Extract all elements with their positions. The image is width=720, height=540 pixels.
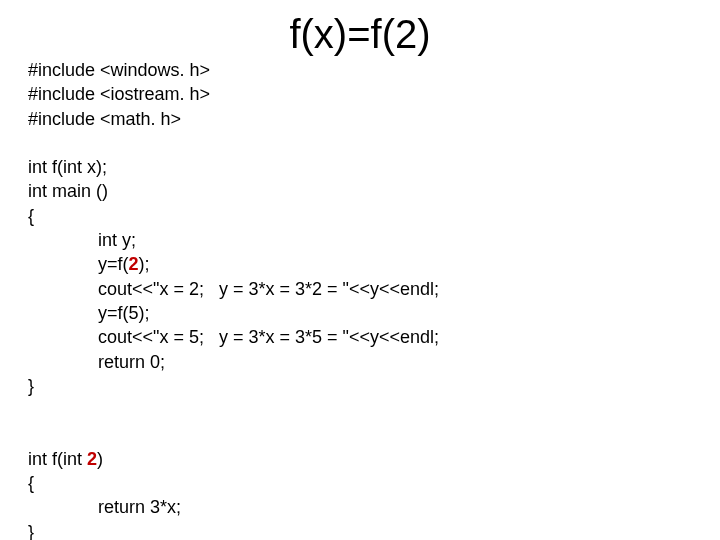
highlighted-param: 2	[87, 449, 97, 469]
code-line: }	[28, 522, 34, 540]
code-line: #include <iostream. h>	[28, 84, 210, 104]
code-line: return 0;	[28, 352, 165, 372]
slide-title: f(x)=f(2)	[0, 12, 720, 57]
code-line: {	[28, 473, 34, 493]
highlighted-arg: 2	[129, 254, 139, 274]
code-line: y=f(2);	[28, 254, 150, 274]
code-text: )	[97, 449, 103, 469]
code-line: return 3*x;	[28, 497, 181, 517]
code-line: #include <math. h>	[28, 109, 181, 129]
code-line: int f(int 2)	[28, 449, 103, 469]
code-line: int main ()	[28, 181, 108, 201]
code-text: );	[139, 254, 150, 274]
code-line: #include <windows. h>	[28, 60, 210, 80]
code-line: cout<<"x = 5; y = 3*x = 3*5 = "<<y<<endl…	[28, 327, 439, 347]
code-text: int f(int	[28, 449, 87, 469]
code-line: y=f(5);	[28, 303, 150, 323]
code-line: }	[28, 376, 34, 396]
code-line: cout<<"x = 2; y = 3*x = 3*2 = "<<y<<endl…	[28, 279, 439, 299]
code-line: {	[28, 206, 34, 226]
code-block: #include <windows. h> #include <iostream…	[28, 58, 688, 540]
code-text: y=f(	[28, 254, 129, 274]
code-line: int y;	[28, 230, 136, 250]
slide: f(x)=f(2) #include <windows. h> #include…	[0, 0, 720, 540]
code-line: int f(int x);	[28, 157, 107, 177]
